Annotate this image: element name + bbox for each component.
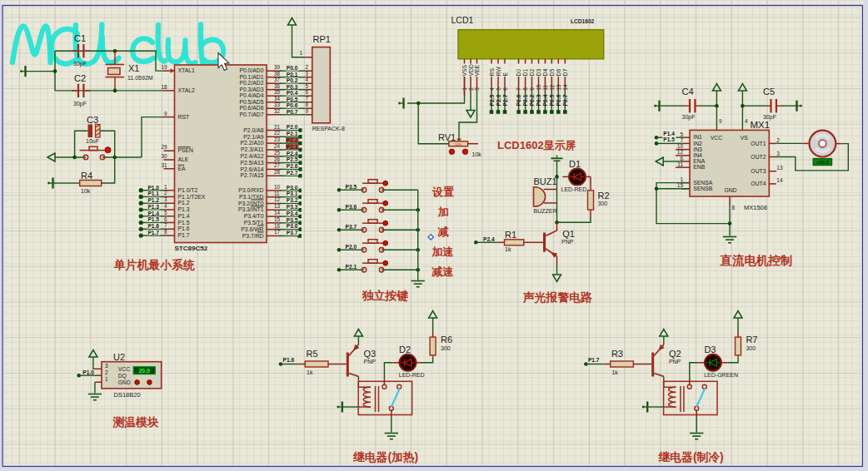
svg-text:20.0: 20.0 (138, 368, 150, 374)
svg-text:PNP: PNP (669, 359, 681, 364)
svg-text:XTAL1: XTAL1 (178, 67, 195, 73)
svg-text:PNP: PNP (364, 359, 377, 364)
svg-text:31: 31 (161, 162, 167, 168)
svg-text:STC89C52: STC89C52 (175, 245, 208, 252)
svg-text:P2.5: P2.5 (287, 156, 298, 162)
svg-text:P0.5: P0.5 (287, 97, 298, 102)
svg-text:30pF: 30pF (682, 114, 696, 121)
svg-text:7: 7 (164, 222, 167, 228)
svg-text:D7: D7 (562, 69, 568, 77)
svg-text:7: 7 (680, 137, 683, 143)
svg-text:P2.0/A8: P2.0/A8 (243, 127, 263, 133)
svg-text:4: 4 (489, 87, 495, 91)
svg-text:30pF: 30pF (73, 61, 87, 67)
svg-text:34: 34 (274, 96, 281, 102)
svg-text:P2.7: P2.7 (502, 94, 508, 106)
svg-text:5: 5 (306, 83, 309, 89)
svg-text:P2.6/A14: P2.6/A14 (241, 166, 264, 172)
svg-text:P3.6: P3.6 (346, 204, 357, 210)
svg-text:D5: D5 (549, 69, 555, 77)
svg-text:9: 9 (719, 118, 722, 124)
svg-text:P1.1/T2EX: P1.1/T2EX (178, 194, 206, 200)
svg-text:P0.5: P0.5 (549, 94, 555, 106)
svg-text:+88.8: +88.8 (816, 160, 830, 165)
svg-text:D1: D1 (569, 159, 581, 169)
svg-text:声光报警电路: 声光报警电路 (522, 291, 592, 304)
svg-text:BUZZER: BUZZER (534, 208, 557, 214)
svg-text:11: 11 (274, 191, 280, 196)
svg-text:P0.0: P0.0 (516, 94, 521, 106)
svg-text:1: 1 (680, 176, 683, 182)
svg-text:300: 300 (746, 345, 756, 351)
svg-text:P3.3/INT1: P3.3/INT1 (238, 206, 264, 212)
svg-text:11.0592M: 11.0592M (127, 75, 153, 81)
svg-text:减速: 减速 (432, 265, 454, 278)
svg-text:独立按键: 独立按键 (362, 289, 408, 302)
svg-text:设置: 设置 (432, 186, 454, 198)
svg-text:P2.4: P2.4 (287, 151, 298, 156)
svg-text:VDD: VDD (468, 64, 474, 76)
svg-text:P0.5/AD5: P0.5/AD5 (239, 99, 263, 105)
svg-text:1k: 1k (505, 246, 511, 252)
svg-text:P1.0: P1.0 (147, 185, 159, 191)
svg-text:P3.3: P3.3 (287, 204, 298, 210)
svg-text:Q2: Q2 (669, 349, 681, 359)
svg-text:6: 6 (502, 87, 508, 91)
svg-text:GND: GND (118, 379, 131, 385)
svg-text:2: 2 (105, 369, 108, 375)
svg-text:6: 6 (680, 156, 683, 161)
svg-text:D4: D4 (542, 69, 548, 77)
svg-text:8: 8 (306, 102, 309, 107)
svg-text:R1: R1 (505, 230, 516, 240)
svg-text:5: 5 (680, 131, 683, 137)
svg-text:P3.0: P3.0 (287, 185, 298, 191)
svg-text:P2.7: P2.7 (287, 170, 298, 176)
svg-text:OUT3: OUT3 (751, 168, 766, 174)
svg-text:SENSA: SENSA (693, 180, 713, 186)
svg-text:PNP: PNP (561, 239, 574, 245)
svg-text:13: 13 (274, 203, 281, 209)
svg-text:P3.2: P3.2 (287, 197, 298, 203)
svg-text:2: 2 (306, 64, 309, 70)
svg-text:D3: D3 (536, 69, 541, 77)
svg-text:P3.5/T1: P3.5/T1 (244, 220, 264, 226)
svg-text:16: 16 (274, 223, 281, 229)
svg-text:17: 17 (274, 229, 281, 235)
svg-text:2: 2 (164, 190, 167, 196)
svg-text:1k: 1k (307, 369, 313, 375)
svg-text:GND: GND (724, 187, 736, 193)
svg-text:P1.4: P1.4 (663, 131, 675, 136)
svg-text:P0.7/AD7: P0.7/AD7 (239, 112, 263, 117)
svg-text:P1.1: P1.1 (147, 191, 159, 196)
svg-text:RST: RST (178, 114, 190, 120)
svg-text:3: 3 (105, 363, 108, 369)
svg-text:P3.7: P3.7 (287, 230, 298, 236)
svg-text:VSS: VSS (461, 64, 467, 76)
svg-text:13: 13 (556, 84, 561, 91)
svg-text:XTAL2: XTAL2 (178, 87, 195, 93)
svg-text:P0.1/AD1: P0.1/AD1 (239, 74, 263, 80)
svg-text:P0.0: P0.0 (287, 65, 298, 71)
svg-text:RP1: RP1 (313, 34, 331, 44)
svg-text:P3.6/WR: P3.6/WR (241, 226, 263, 232)
svg-text:9: 9 (529, 87, 535, 91)
svg-text:2: 2 (468, 87, 474, 91)
svg-text:1: 1 (164, 184, 167, 190)
svg-text:21: 21 (274, 124, 281, 130)
svg-text:3: 3 (776, 151, 780, 156)
svg-text:P0.6: P0.6 (556, 94, 561, 106)
svg-text:10k: 10k (472, 151, 482, 157)
svg-text:C3: C3 (87, 115, 98, 125)
svg-text:测温模块: 测温模块 (112, 416, 159, 429)
svg-text:P3.7/RD: P3.7/RD (242, 233, 264, 239)
svg-text:C2: C2 (74, 73, 86, 83)
svg-text:LCD1602显示屏: LCD1602显示屏 (497, 139, 576, 151)
svg-text:P3.7: P3.7 (346, 224, 357, 230)
svg-text:OUT1: OUT1 (751, 141, 766, 146)
svg-text:P0.2/AD2: P0.2/AD2 (239, 80, 263, 86)
svg-text:P1.2: P1.2 (178, 200, 190, 206)
svg-text:P1.3: P1.3 (178, 206, 190, 212)
svg-text:P3.1/TXD: P3.1/TXD (239, 194, 264, 200)
svg-text:OUT4: OUT4 (751, 181, 766, 186)
svg-text:3: 3 (164, 196, 167, 202)
